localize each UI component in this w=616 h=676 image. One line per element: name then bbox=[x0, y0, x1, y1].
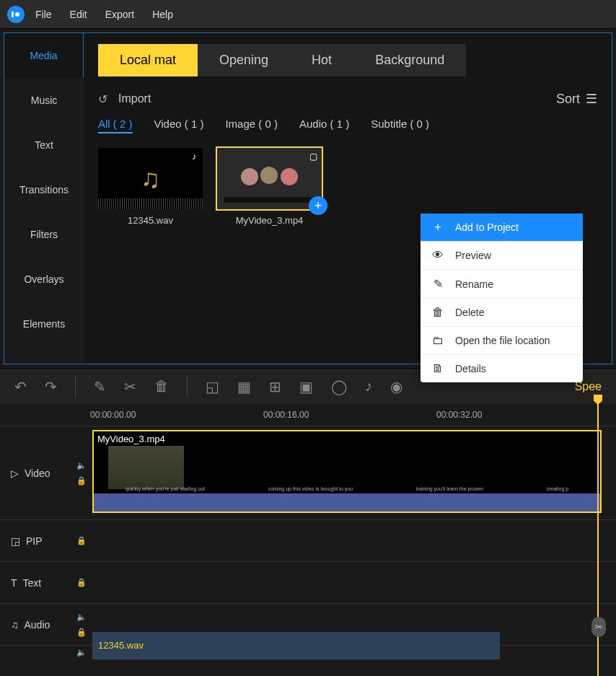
separator bbox=[75, 376, 76, 398]
pip-track-icon: ◲ bbox=[11, 535, 20, 547]
separator bbox=[187, 376, 188, 398]
source-tabs: Local mat Opening Hot Background bbox=[98, 44, 597, 76]
import-button[interactable]: Import bbox=[118, 92, 151, 105]
track-label: Video bbox=[25, 468, 50, 479]
mute-icon[interactable]: 🔈 bbox=[76, 461, 87, 470]
sidebar-item-overlays[interactable]: Overlays bbox=[4, 257, 84, 302]
ctx-preview[interactable]: 👁 Preview bbox=[421, 242, 583, 270]
sort-button[interactable]: Sort ☰ bbox=[556, 91, 597, 107]
svg-rect-6 bbox=[224, 197, 314, 203]
refresh-icon[interactable]: ↺ bbox=[98, 92, 107, 106]
music-note-icon: ♫ bbox=[141, 164, 160, 194]
tracks: ▷ Video 🔈 🔒 MyVideo_3.mp4 quickly when y… bbox=[0, 426, 616, 659]
scissors-icon[interactable]: ✂ bbox=[124, 378, 136, 395]
media-item-audio[interactable]: ♫ ♪ 12345.wav bbox=[98, 148, 203, 226]
redo-icon[interactable]: ↷ bbox=[45, 378, 57, 395]
mute-icon[interactable]: 🔈 bbox=[76, 613, 87, 622]
add-to-project-icon[interactable]: + bbox=[309, 196, 327, 215]
main-panel: Local mat Opening Hot Background ↺ Impor… bbox=[84, 33, 612, 364]
list-icon: ☰ bbox=[586, 91, 597, 107]
eye-icon: 👁 bbox=[431, 249, 444, 262]
clip-thumbnail bbox=[108, 446, 184, 489]
track-header: T Text bbox=[0, 577, 72, 589]
track-text: T Text 🔒 bbox=[0, 561, 616, 603]
time-tick: 00:00:00.00 bbox=[90, 410, 136, 420]
sidebar-item-text[interactable]: Text bbox=[4, 123, 84, 167]
sidebar-item-elements[interactable]: Elements bbox=[4, 302, 84, 346]
video-thumbnail: ▢ + bbox=[217, 148, 322, 209]
filter-audio[interactable]: Audio ( 1 ) bbox=[299, 118, 349, 133]
track-label: PIP bbox=[26, 535, 43, 547]
track-label: Text bbox=[23, 577, 42, 589]
track-content[interactable]: MyVideo_3.mp4 quickly when you're just s… bbox=[90, 426, 616, 519]
trash-icon[interactable]: 🗑 bbox=[154, 378, 169, 395]
filter-all[interactable]: All ( 2 ) bbox=[98, 118, 133, 133]
lock-icon[interactable]: 🔒 bbox=[76, 476, 87, 486]
caption: quickly when you're just starting out bbox=[126, 486, 205, 491]
folder-icon: 🗀 bbox=[431, 334, 444, 347]
audio-icon[interactable]: ♪ bbox=[365, 378, 372, 395]
ctx-details[interactable]: 🗎 Details bbox=[421, 355, 583, 382]
record-icon[interactable]: ◉ bbox=[390, 378, 402, 395]
track-controls: 🔈 🔒 bbox=[72, 461, 90, 486]
ctx-add-to-project[interactable]: + Add to Project bbox=[421, 214, 583, 242]
media-item-video[interactable]: ▢ + MyVideo_3.mp4 bbox=[217, 148, 322, 226]
ctx-label: Add to Project bbox=[455, 221, 519, 233]
pencil-icon[interactable]: ✎ bbox=[94, 378, 106, 395]
audio-thumbnail: ♫ ♪ bbox=[98, 148, 203, 209]
menu-export[interactable]: Export bbox=[105, 9, 134, 20]
filter-subtitle[interactable]: Subtitle ( 0 ) bbox=[371, 118, 429, 133]
media-filters: All ( 2 ) Video ( 1 ) Image ( 0 ) Audio … bbox=[98, 118, 597, 133]
ctx-open-location[interactable]: 🗀 Open the file location bbox=[421, 327, 583, 355]
sidebar: Media Music Text Transitions Filters Ove… bbox=[4, 33, 84, 364]
ctx-rename[interactable]: ✎ Rename bbox=[421, 270, 583, 299]
audio-clip[interactable]: 12345.wav bbox=[92, 632, 500, 659]
svg-point-1 bbox=[15, 12, 19, 17]
tab-opening[interactable]: Opening bbox=[198, 44, 290, 76]
sidebar-item-music[interactable]: Music bbox=[4, 78, 84, 123]
layout-icon[interactable]: ⊞ bbox=[269, 378, 281, 395]
filter-image[interactable]: Image ( 0 ) bbox=[225, 118, 278, 133]
clip-audio-lane bbox=[94, 493, 600, 512]
lock-icon[interactable]: 🔒 bbox=[76, 628, 87, 637]
caption: creating p bbox=[546, 486, 568, 491]
ctx-label: Preview bbox=[455, 250, 491, 261]
undo-icon[interactable]: ↶ bbox=[14, 378, 27, 395]
plus-icon: + bbox=[431, 221, 444, 234]
filter-video[interactable]: Video ( 1 ) bbox=[154, 118, 204, 133]
tab-background[interactable]: Background bbox=[353, 44, 466, 76]
app-logo[interactable] bbox=[7, 6, 25, 23]
svg-rect-0 bbox=[12, 12, 14, 17]
circle-icon[interactable]: ◯ bbox=[331, 378, 347, 395]
lock-icon[interactable]: 🔒 bbox=[76, 578, 87, 587]
sidebar-item-filters[interactable]: Filters bbox=[4, 212, 84, 257]
tab-local[interactable]: Local mat bbox=[98, 44, 198, 76]
video-clip[interactable]: MyVideo_3.mp4 quickly when you're just s… bbox=[92, 430, 602, 513]
mute-icon[interactable]: 🔈 bbox=[76, 648, 87, 657]
menu-edit[interactable]: Edit bbox=[70, 9, 87, 20]
crop-icon[interactable]: ◱ bbox=[206, 378, 219, 395]
video-track-icon: ▷ bbox=[11, 468, 19, 479]
media-toolbar: ↺ Import Sort ☰ bbox=[98, 91, 597, 107]
split-button[interactable]: ✂ bbox=[591, 617, 606, 637]
track-header: ▷ Video bbox=[0, 468, 72, 479]
top-panel: Media Music Text Transitions Filters Ove… bbox=[4, 32, 612, 364]
clip-captions: quickly when you're just starting out co… bbox=[94, 486, 600, 491]
sidebar-item-transitions[interactable]: Transitions bbox=[4, 167, 84, 212]
sidebar-item-media[interactable]: Media bbox=[4, 33, 84, 78]
menu-help[interactable]: Help bbox=[152, 9, 173, 20]
context-menu: + Add to Project 👁 Preview ✎ Rename 🗑 De… bbox=[421, 214, 583, 382]
track-header: ♫ Audio bbox=[0, 619, 72, 631]
scissors-icon: ✂ bbox=[595, 622, 602, 632]
ctx-label: Rename bbox=[455, 278, 493, 290]
ctx-delete[interactable]: 🗑 Delete bbox=[421, 299, 583, 327]
time-ruler[interactable]: 00:00:00.00 00:00:16.00 00:00:32.00 bbox=[90, 404, 616, 426]
time-tick: 00:00:32.00 bbox=[436, 410, 482, 420]
menubar: File Edit Export Help bbox=[0, 0, 616, 29]
caption: training you'll learn the proven bbox=[416, 486, 483, 491]
mosaic-icon[interactable]: ▦ bbox=[237, 378, 251, 395]
menu-file[interactable]: File bbox=[35, 9, 52, 20]
freeze-icon[interactable]: ▣ bbox=[299, 378, 313, 395]
lock-icon[interactable]: 🔒 bbox=[76, 536, 87, 545]
tab-hot[interactable]: Hot bbox=[290, 44, 353, 76]
